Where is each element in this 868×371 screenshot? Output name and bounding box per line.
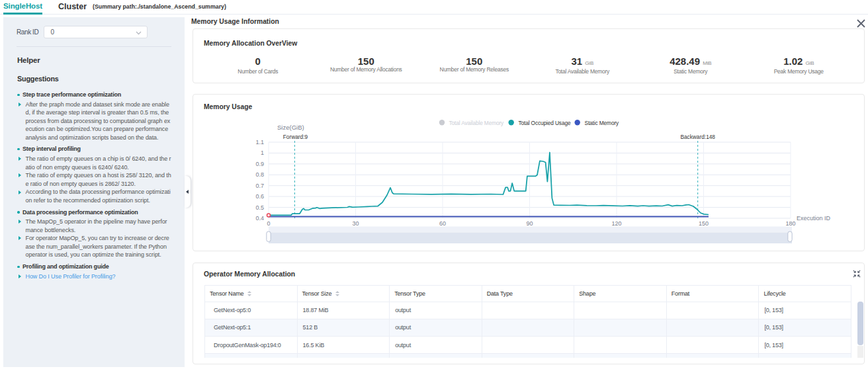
svg-text:0.8: 0.8	[255, 171, 264, 178]
svg-text:Total Occupied Usage: Total Occupied Usage	[519, 120, 571, 126]
svg-text:0.7: 0.7	[255, 183, 264, 189]
svg-text:Static Memory: Static Memory	[585, 120, 620, 126]
svg-text:0.5: 0.5	[255, 204, 264, 211]
svg-text:Forward:9: Forward:9	[283, 134, 308, 140]
svg-text:Execution ID: Execution ID	[797, 215, 831, 222]
svg-text:Backward:148: Backward:148	[680, 134, 715, 140]
svg-text:1.1: 1.1	[255, 139, 264, 145]
svg-text:150: 150	[699, 220, 709, 227]
svg-text:0.4: 0.4	[255, 215, 264, 222]
svg-text:90: 90	[526, 220, 533, 227]
svg-text:0: 0	[267, 220, 270, 227]
svg-text:30: 30	[352, 220, 359, 227]
svg-text:0.6: 0.6	[255, 193, 264, 200]
svg-text:Size(GiB): Size(GiB)	[277, 124, 304, 131]
svg-text:60: 60	[439, 220, 446, 227]
svg-text:0.9: 0.9	[255, 161, 264, 167]
svg-text:Total Available Memory: Total Available Memory	[449, 120, 505, 126]
svg-text:1: 1	[261, 149, 264, 156]
svg-text:120: 120	[611, 220, 621, 227]
svg-text:180: 180	[785, 220, 795, 227]
